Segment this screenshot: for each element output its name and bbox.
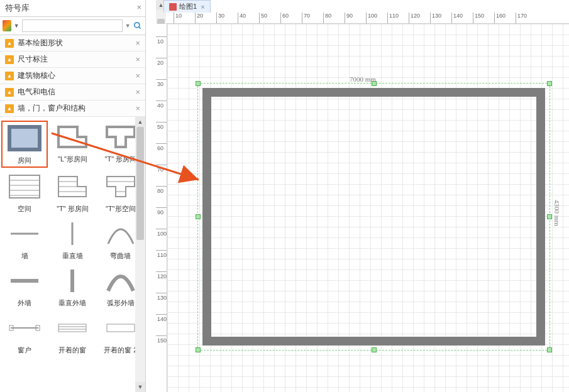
ruler-tick: 130 [156, 293, 167, 301]
shape-space[interactable]: 空间 [1, 170, 48, 215]
category-icon [5, 55, 14, 64]
svg-rect-2 [9, 127, 40, 150]
resize-handle-s[interactable] [372, 347, 377, 352]
shape-t-room-2[interactable]: "T" 形房间 [49, 170, 96, 215]
ruler-tick: 90 [345, 13, 353, 24]
dimension-height-label: 4300 mm [553, 200, 561, 226]
search-button[interactable] [133, 19, 143, 32]
ruler-tick: 10 [174, 13, 182, 24]
category-walls-doors-windows[interactable]: 墙，门，窗户和结构 × [0, 101, 145, 117]
tab-drawing1[interactable]: 绘图1 × [163, 0, 211, 13]
svg-line-1 [139, 27, 141, 29]
ruler-tick: 160 [494, 13, 505, 24]
shape-label: 房间 [18, 156, 31, 165]
resize-handle-w[interactable] [196, 214, 201, 219]
ruler-tick: 60 [156, 143, 167, 151]
ruler-tick: 150 [156, 335, 167, 344]
ruler-vertical: 102030405060708090100110120130140150 [156, 24, 167, 392]
category-electrical[interactable]: 电气和电信 × [0, 84, 145, 101]
category-label: 建筑物核心 [18, 70, 135, 81]
ruler-tick: 100 [156, 229, 167, 237]
svg-rect-23 [107, 324, 135, 332]
shape-l-room[interactable]: "L"形房间 [49, 121, 96, 168]
category-basic-shapes[interactable]: 基本绘图形状 × [0, 35, 145, 52]
shape-open-window[interactable]: 开着的窗 [49, 312, 96, 356]
category-close-button[interactable]: × [135, 104, 140, 113]
search-row: ▼ ▼ [0, 17, 145, 35]
ruler-tick: 120 [156, 271, 167, 280]
scroll-thumb[interactable] [136, 127, 144, 240]
shape-wall[interactable]: 墙 [1, 217, 48, 262]
ruler-tick: 100 [366, 13, 377, 24]
category-close-button[interactable]: × [135, 38, 140, 48]
resize-handle-se[interactable] [547, 347, 552, 352]
ruler-tick: 60 [280, 13, 289, 24]
sidebar-title: 符号库 [5, 3, 30, 14]
library-dropdown-arrow[interactable]: ▼ [14, 23, 19, 29]
tab-close-button[interactable]: × [201, 3, 204, 11]
tab-bar: 绘图1 × [146, 0, 211, 13]
tab-label: 绘图1 [179, 2, 197, 11]
canvas-area: ▲ ▼ 绘图1 × 102030405060708090100110120130… [146, 0, 569, 392]
search-input[interactable] [22, 19, 123, 32]
shape-vertical-exterior-wall[interactable]: 垂直外墙 [49, 264, 96, 309]
category-dimensions[interactable]: 尺寸标注 × [0, 52, 145, 68]
ruler-tick: 140 [156, 314, 167, 322]
ruler-tick: 70 [302, 13, 310, 24]
resize-handle-sw[interactable] [196, 347, 201, 352]
shape-room[interactable]: 房间 [1, 121, 48, 168]
resize-handle-nw[interactable] [196, 81, 201, 86]
shape-exterior-wall[interactable]: 外墙 [1, 264, 48, 309]
shape-label: 外墙 [18, 298, 31, 308]
shapes-grid: 房间 "L"形房间 "T" 形房间 空间 "T" 形房间 "T"形空间 [0, 117, 145, 360]
ruler-tick: 40 [156, 101, 167, 109]
document-icon [169, 3, 177, 11]
ruler-tick: 20 [156, 58, 167, 66]
shape-window[interactable]: 窗户 [1, 312, 48, 356]
ruler-tick: 120 [409, 13, 420, 24]
svg-rect-3 [9, 175, 40, 198]
category-label: 基本绘图形状 [18, 38, 135, 48]
library-icon[interactable] [3, 20, 11, 31]
ruler-tick: 90 [156, 207, 167, 215]
ruler-horizontal: 1020304050607080901001101201301401501601… [166, 13, 569, 24]
sidebar-header: 符号库 × [0, 0, 145, 17]
scroll-down-arrow[interactable]: ▼ [135, 382, 145, 392]
category-close-button[interactable]: × [135, 55, 140, 64]
resize-handle-e[interactable] [547, 214, 552, 219]
ruler-tick: 130 [430, 13, 441, 24]
category-icon [5, 72, 14, 80]
shape-label: 窗户 [18, 346, 31, 355]
scroll-up-arrow[interactable]: ▲ [135, 117, 145, 127]
category-close-button[interactable]: × [135, 87, 140, 97]
shape-label: "T" 形房间 [105, 155, 137, 164]
ruler-tick: 20 [195, 13, 203, 24]
category-label: 墙，门，窗户和结构 [18, 103, 135, 114]
resize-handle-ne[interactable] [547, 81, 552, 86]
drawing-canvas[interactable]: 7000 mm 4300 mm [167, 24, 569, 392]
category-icon [5, 39, 14, 48]
room-shape-instance[interactable] [202, 88, 545, 346]
shape-label: 开着的窗 2 [104, 346, 137, 355]
close-sidebar-button[interactable]: × [136, 3, 141, 12]
ruler-tick: 30 [216, 13, 224, 24]
ruler-tick: 170 [516, 13, 527, 24]
category-label: 电气和电信 [18, 87, 135, 97]
ruler-tick: 30 [156, 79, 167, 87]
symbol-library-sidebar: 符号库 × ▼ ▼ 基本绘图形状 × 尺寸标注 × 建筑物核心 × 电气和电信 … [0, 0, 146, 392]
shape-vertical-wall[interactable]: 垂直墙 [49, 217, 96, 262]
ruler-tick: 10 [156, 36, 167, 45]
shape-label: "T" 形房间 [57, 204, 89, 214]
category-close-button[interactable]: × [135, 71, 140, 80]
shape-label: 垂直外墙 [58, 298, 86, 308]
ruler-tick: 150 [473, 13, 484, 24]
category-label: 尺寸标注 [18, 54, 135, 65]
shape-label: 空间 [18, 204, 31, 214]
search-dropdown-arrow[interactable]: ▼ [125, 23, 131, 29]
shapes-scrollbar[interactable]: ▲ ▼ [135, 117, 145, 392]
ruler-tick: 80 [156, 186, 167, 194]
ruler-tick: 50 [156, 122, 167, 130]
shape-label: 垂直墙 [62, 251, 83, 261]
shape-label: 弧形外墙 [107, 298, 135, 308]
category-building-core[interactable]: 建筑物核心 × [0, 68, 145, 84]
